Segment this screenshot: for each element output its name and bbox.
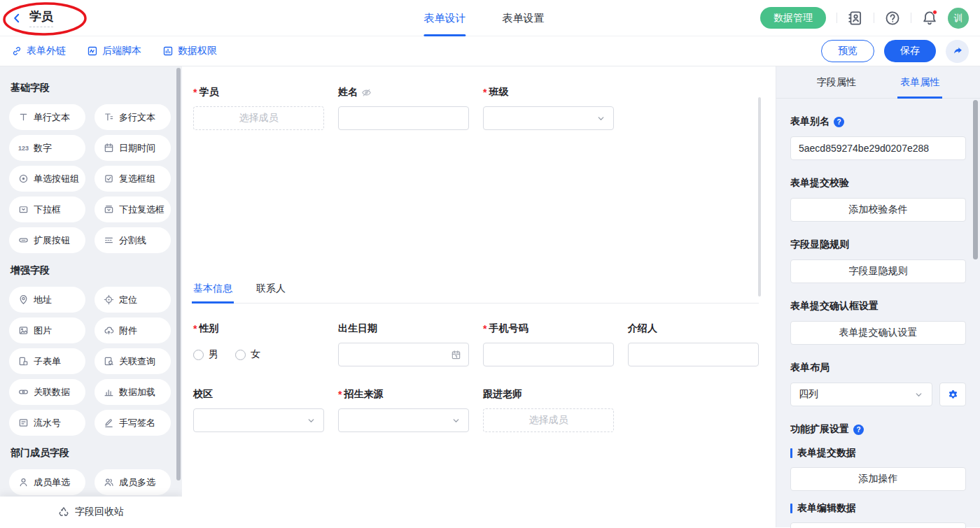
- canvas-scrollbar[interactable]: [758, 97, 761, 297]
- field-name[interactable]: 姓名: [338, 86, 469, 130]
- share-arrow-icon: [952, 45, 963, 57]
- back-button[interactable]: 学员: [11, 8, 53, 27]
- palette-item-attachment[interactable]: 附件: [94, 317, 171, 343]
- field-phone[interactable]: *手机号码: [483, 322, 614, 366]
- cloud-upload-icon: [104, 325, 114, 336]
- gear-icon: [947, 389, 959, 401]
- campus-select[interactable]: [193, 408, 324, 432]
- palette-item-radio-group[interactable]: 单选按钮组: [9, 166, 85, 192]
- data-permission-link[interactable]: 数据权限: [162, 45, 217, 57]
- palette-item-divider-line[interactable]: 分割线: [94, 227, 171, 253]
- map-pin-icon: [18, 294, 29, 305]
- help-circle-icon[interactable]: ?: [834, 117, 844, 127]
- palette-item-data-load[interactable]: 数据加载: [94, 379, 171, 405]
- top-bar: 学员 表单设计 表单设置 数据管理 训: [0, 0, 980, 36]
- field-class[interactable]: *班级: [483, 86, 614, 130]
- field-visibility-button[interactable]: 字段显隐规则: [790, 259, 966, 283]
- panel-scrollbar[interactable]: [973, 100, 978, 259]
- tab-form-design[interactable]: 表单设计: [424, 0, 465, 36]
- field-student[interactable]: *学员 选择成员: [193, 86, 324, 130]
- palette-item-checkbox-group[interactable]: 复选框组: [94, 166, 171, 192]
- data-manage-button[interactable]: 数据管理: [760, 7, 826, 29]
- required-asterisk: *: [193, 87, 197, 98]
- tab-field-properties[interactable]: 字段属性: [817, 66, 856, 98]
- radio-icon: [235, 350, 246, 360]
- single-line-text-icon: [18, 112, 29, 122]
- field-birthday[interactable]: 出生日期: [338, 322, 469, 366]
- user-icon: [18, 477, 29, 487]
- panel-tabs: 字段属性 表单属性: [776, 66, 980, 99]
- form-alias-input[interactable]: 5aecd859274be29d0207e288: [790, 136, 966, 160]
- avatar[interactable]: 训: [948, 8, 969, 29]
- extend-button-icon: [18, 235, 29, 245]
- field-enrollment-source[interactable]: *招生来源: [338, 388, 469, 432]
- palette-item-extend-button[interactable]: 扩展按钮: [9, 227, 85, 253]
- field-gender[interactable]: *性别 男 女: [193, 322, 324, 366]
- help-circle-icon[interactable]: ?: [853, 424, 864, 435]
- tab-form-settings[interactable]: 表单设置: [502, 0, 544, 36]
- student-member-picker[interactable]: 选择成员: [193, 106, 324, 130]
- palette-item-single-line-text[interactable]: 单行文本: [9, 104, 85, 130]
- palette-item-image[interactable]: 图片: [9, 317, 85, 343]
- referrer-input[interactable]: [628, 343, 759, 366]
- share-button[interactable]: [946, 40, 969, 63]
- name-input[interactable]: [338, 106, 469, 130]
- main-tabs: 表单设计 表单设置: [424, 0, 544, 36]
- preview-button[interactable]: 预览: [821, 40, 874, 62]
- palette-item-dropdown[interactable]: 下拉框: [9, 197, 85, 222]
- birthday-date-input[interactable]: [338, 343, 469, 366]
- palette-item-serial-number[interactable]: 流水号: [9, 410, 85, 436]
- edit-add-action-button[interactable]: 添加操作: [790, 522, 966, 528]
- chain-link-icon: [18, 387, 29, 397]
- palette-item-member-multi[interactable]: 成员多选: [94, 469, 171, 495]
- palette-item-number[interactable]: 123 数字: [9, 135, 85, 161]
- section-member-fields: 部门成员字段: [10, 447, 169, 459]
- radio-icon: [18, 173, 29, 184]
- serial-number-icon: [18, 418, 29, 428]
- save-button[interactable]: 保存: [884, 40, 936, 62]
- form-layout-select[interactable]: 四列: [790, 383, 932, 406]
- palette-item-multi-line-text[interactable]: 多行文本: [94, 104, 171, 130]
- gender-option-female[interactable]: 女: [235, 348, 260, 361]
- field-campus[interactable]: 校区: [193, 388, 324, 432]
- submit-confirm-button[interactable]: 表单提交确认设置: [790, 321, 966, 345]
- palette-item-relation-query[interactable]: 关联查询: [94, 348, 171, 374]
- tab-basic-info[interactable]: 基本信息: [193, 283, 232, 303]
- form-external-link[interactable]: 表单外链: [11, 45, 66, 57]
- field-follow-teacher[interactable]: 跟进老师 选择成员: [483, 388, 614, 432]
- help-icon[interactable]: [885, 10, 900, 26]
- sidebar-scrollbar[interactable]: [176, 68, 181, 480]
- palette-item-dropdown-multi[interactable]: 下拉复选框: [94, 197, 171, 222]
- palette-item-subform[interactable]: 子表单: [9, 348, 85, 374]
- class-select[interactable]: [483, 106, 614, 130]
- source-select[interactable]: [338, 408, 469, 432]
- backend-script-label: 后端脚本: [102, 45, 141, 57]
- tab-form-properties[interactable]: 表单属性: [900, 66, 939, 98]
- backend-script-link[interactable]: 后端脚本: [87, 45, 141, 57]
- radio-icon: [193, 350, 204, 360]
- phone-input[interactable]: [483, 343, 614, 366]
- palette-item-relation-data[interactable]: 关联数据: [9, 379, 85, 405]
- gender-option-male[interactable]: 男: [193, 348, 218, 361]
- canvas-section-tabs: 基本信息 联系人: [193, 283, 759, 304]
- submit-add-action-button[interactable]: 添加操作: [790, 467, 966, 491]
- palette-item-datetime[interactable]: 日期时间: [94, 135, 171, 161]
- notification-bell-icon[interactable]: [922, 10, 937, 26]
- teacher-member-picker[interactable]: 选择成员: [483, 408, 614, 432]
- edit-data-subtitle: 表单编辑数据: [790, 502, 966, 515]
- palette-item-member-single[interactable]: 成员单选: [9, 469, 85, 495]
- subform-icon: [18, 356, 29, 366]
- checkbox-icon: [104, 173, 114, 184]
- divider: [911, 13, 911, 23]
- layout-settings-button[interactable]: [939, 383, 966, 406]
- tab-contacts[interactable]: 联系人: [256, 283, 286, 303]
- palette-item-locate[interactable]: 定位: [94, 287, 171, 313]
- field-palette-sidebar: 基础字段 单行文本 多行文本 123 数字 日期时间 单选按钮组: [0, 66, 182, 527]
- palette-item-signature[interactable]: 手写签名: [94, 410, 171, 436]
- field-visibility-title: 字段显隐规则: [790, 238, 966, 251]
- palette-item-address[interactable]: 地址: [9, 287, 85, 313]
- contacts-book-icon[interactable]: [848, 10, 863, 26]
- field-referrer[interactable]: 介绍人: [628, 322, 759, 366]
- field-recycle-bin[interactable]: 字段回收站: [0, 497, 182, 527]
- add-validation-button[interactable]: 添加校验条件: [790, 198, 966, 222]
